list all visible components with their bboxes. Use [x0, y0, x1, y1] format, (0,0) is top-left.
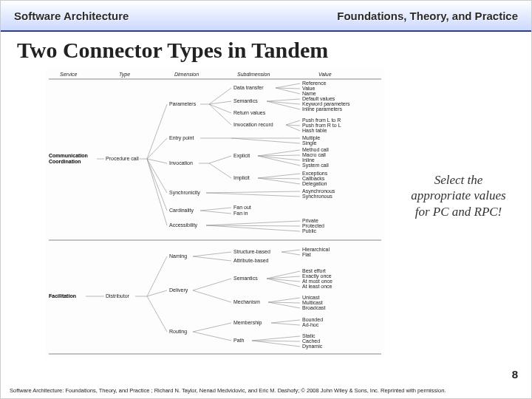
val-delegation: Delegation [302, 181, 327, 187]
val-name: Name [302, 91, 316, 96]
slide-title: Two Connector Types in Tandem [17, 38, 328, 63]
val-default: Default values [302, 96, 335, 101]
val-inline-param: Inline parameters [302, 106, 343, 112]
sub-membership: Membership [233, 320, 262, 326]
sub-del-mech: Mechanism [233, 299, 260, 304]
svg-line-28 [209, 163, 231, 178]
sub-structure: Structure-based [233, 249, 270, 254]
header-bar: Software Architecture Foundations, Theor… [1, 1, 531, 32]
dim-entry: Entry point [169, 135, 194, 141]
svg-line-8 [147, 159, 167, 225]
col-dimension: Dimension [174, 72, 199, 77]
svg-line-3 [147, 104, 167, 159]
svg-line-63 [193, 332, 231, 341]
svg-line-32 [258, 156, 300, 166]
svg-line-59 [268, 298, 300, 302]
callout-text: Select the appropriate values for PC and… [405, 172, 512, 219]
val-push-rl: Push from R to L [302, 123, 341, 128]
col-type: Type [119, 72, 130, 78]
svg-line-12 [209, 104, 231, 113]
svg-line-5 [147, 159, 167, 163]
svg-line-40 [206, 221, 300, 225]
val-public: Public [302, 228, 317, 233]
header-left: Software Architecture [14, 10, 129, 22]
val-private: Private [302, 218, 318, 223]
svg-line-33 [258, 174, 300, 178]
col-value: Value [318, 72, 332, 77]
svg-line-37 [206, 193, 300, 197]
val-inline: Inline [302, 157, 315, 163]
col-subdimension: Subdimension [237, 72, 270, 77]
svg-line-27 [209, 156, 231, 163]
sub-invocation-record: Invocation record [233, 122, 273, 127]
val-push-lr: Push from L to R [302, 117, 341, 123]
svg-line-39 [200, 211, 231, 214]
val-atleast: At least once [302, 284, 332, 289]
dim-invocation: Invocation [169, 160, 193, 166]
svg-line-64 [271, 320, 300, 323]
val-method: Method call [302, 147, 329, 152]
val-dynamic: Dynamic [302, 344, 323, 349]
fan-type-a [147, 104, 167, 225]
val-multi: Multicast [302, 300, 323, 305]
svg-line-31 [258, 156, 300, 160]
val-static: Static [302, 333, 316, 338]
svg-line-17 [267, 99, 300, 101]
dim-naming: Naming [169, 253, 187, 259]
svg-line-50 [193, 256, 231, 261]
val-bounded: Bounded [302, 317, 323, 322]
svg-line-53 [193, 279, 231, 290]
dim-routing: Routing [169, 329, 187, 335]
page-number: 8 [512, 368, 518, 381]
svg-line-52 [282, 252, 300, 255]
svg-line-47 [147, 290, 167, 296]
val-single: Single [302, 140, 317, 146]
type-a: Procedure call [106, 156, 139, 161]
svg-line-48 [147, 296, 167, 332]
val-broad: Broadcast [302, 305, 326, 310]
sub-path: Path [233, 338, 245, 343]
svg-line-54 [193, 290, 231, 302]
svg-line-6 [147, 159, 167, 193]
val-ref: Reference [302, 81, 326, 86]
val-macro: Macro call [302, 152, 326, 157]
sub-semantics: Semantics [233, 98, 258, 103]
service-a-2: Coordination [49, 159, 81, 164]
val-fanout: Fan out [233, 205, 251, 210]
svg-line-25 [231, 138, 300, 143]
val-hier: Hierarchical [302, 247, 330, 252]
svg-line-46 [147, 256, 167, 296]
svg-line-20 [286, 120, 300, 125]
val-fanin: Fan in [233, 211, 248, 216]
val-uni: Unicast [302, 295, 319, 300]
svg-line-62 [193, 323, 231, 332]
footer-credit: Software Architecture: Foundations, Theo… [10, 387, 522, 394]
val-cached: Cached [302, 338, 320, 344]
svg-line-66 [252, 336, 300, 341]
sub-attribute: Attribute-based [233, 258, 269, 263]
sub-data-transfer: Data transfer [233, 85, 264, 90]
dim-card: Cardinality [169, 208, 194, 214]
type-b: Distributor [106, 293, 130, 299]
val-flat: Flat [302, 252, 311, 257]
taxonomy-diagram: Service Type Dimension Subdimension Valu… [45, 69, 385, 358]
sub-explicit: Explicit [233, 153, 250, 159]
val-callbacks: Callbacks [302, 176, 325, 181]
service-b: Facilitation [49, 293, 76, 299]
dim-parameters: Parameters [169, 101, 197, 106]
service-a-1: Communication [49, 153, 88, 158]
dim-delivery: Delivery [169, 287, 188, 293]
svg-line-51 [282, 250, 300, 252]
svg-line-36 [206, 191, 300, 193]
svg-line-49 [193, 252, 231, 256]
svg-line-13 [209, 104, 231, 125]
val-protected: Protected [302, 223, 324, 228]
val-atmost: At most once [302, 279, 332, 284]
col-service: Service [60, 72, 77, 77]
val-value: Value [302, 86, 315, 91]
val-hash: Hash table [302, 128, 327, 133]
val-best: Best effort [302, 268, 326, 273]
svg-line-14 [276, 83, 300, 88]
val-syncv: Synchronous [302, 194, 332, 200]
svg-line-38 [200, 208, 231, 211]
